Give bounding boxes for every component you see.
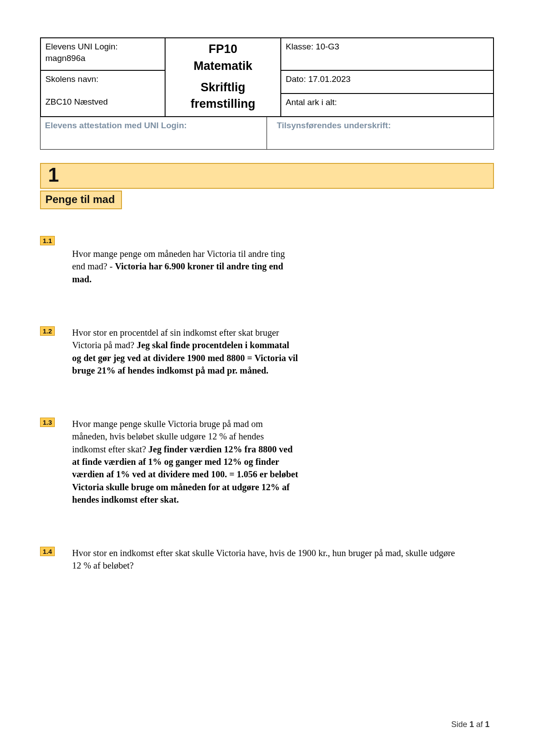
question-body: Hvor mange penge om måneden har Victoria… [72,248,299,285]
footer-total-pages: 1 [485,720,490,729]
question-1-1: 1.1 Hvor mange penge om måneden har Vict… [40,236,494,285]
question-text: Hvor stor en indkomst efter skat skulle … [72,548,455,570]
footer-middle: af [474,720,485,729]
attest-left: Elevens attestation med UNI Login: [40,117,267,149]
question-number-badge: 1.3 [40,418,55,427]
section-title: Penge til mad [40,191,122,209]
ark-label: Antal ark i alt: [286,98,337,107]
question-number-badge: 1.2 [40,326,55,336]
attest-right: Tilsynsførendes underskrift: [267,117,494,149]
question-1-3: 1.3 Hvor mange penge skulle Victoria bru… [40,418,494,506]
page-footer: Side 1 af 1 [451,720,490,729]
login-value: magn896a [45,53,85,63]
title-line2: Matematik [194,59,252,73]
question-body: Hvor mange penge skulle Victoria bruge p… [72,418,299,506]
exam-header-grid: Elevens UNI Login: magn896a FP10 Matemat… [40,37,494,150]
dato-label: Dato: [286,74,306,84]
question-number-badge: 1.4 [40,547,55,556]
klasse-value: 10-G3 [316,42,340,51]
dato-value: 17.01.2023 [308,74,351,84]
title-line1: FP10 [209,42,238,56]
login-cell: Elevens UNI Login: magn896a [40,38,165,70]
school-label: Skolens navn: [45,74,98,84]
klasse-label: Klasse: [286,42,313,51]
ark-cell: Antal ark i alt: [281,93,494,117]
footer-prefix: Side [451,720,469,729]
section-number: 1 [40,163,494,189]
title-line3: Skriftlig fremstilling [190,81,255,111]
login-label: Elevens UNI Login: [45,42,118,51]
question-1-4: 1.4 Hvor stor en indkomst efter skat sku… [40,547,494,572]
school-value: ZBC10 Næstved [45,97,108,106]
attestation-row: Elevens attestation med UNI Login: Tilsy… [40,117,494,149]
question-body: Hvor stor en indkomst efter skat skulle … [72,547,459,572]
exam-title-cell: FP10 Matematik Skriftlig fremstilling [165,38,281,117]
question-number-badge: 1.1 [40,236,55,245]
question-1-2: 1.2 Hvor stor en procentdel af sin indko… [40,326,494,377]
footer-current-page: 1 [469,720,474,729]
question-body: Hvor stor en procentdel af sin indkomst … [72,326,299,377]
dato-cell: Dato: 17.01.2023 [281,70,494,93]
klasse-cell: Klasse: 10-G3 [281,38,494,70]
school-cell: Skolens navn: ZBC10 Næstved [40,70,165,117]
